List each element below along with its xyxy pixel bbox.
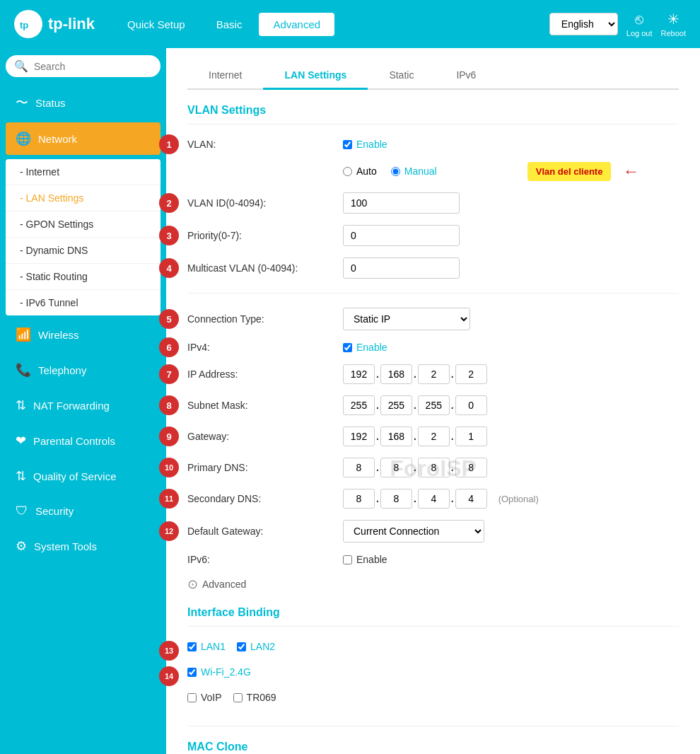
ipv6-enable-checkbox-label[interactable]: Enable xyxy=(343,554,387,565)
ip-octet-2[interactable] xyxy=(380,364,412,384)
annotation-balloon: Vlan del cliente xyxy=(527,162,612,181)
gateway-octet-2[interactable] xyxy=(380,427,412,446)
sidebar-item-nat[interactable]: ⇅ NAT Forwarding xyxy=(6,389,161,422)
subnet-mask-row: 8 Subnet Mask: . . . xyxy=(187,395,679,415)
step-2: 2 xyxy=(159,193,179,213)
search-box[interactable]: 🔍 xyxy=(6,55,161,77)
auto-radio[interactable] xyxy=(343,167,352,176)
wifi24-binding[interactable]: Wi-Fi_2.4G xyxy=(187,666,251,678)
ipv6-value: Enable xyxy=(343,554,679,565)
vlan-enable-checkbox[interactable] xyxy=(343,140,352,149)
nav-quick-setup[interactable]: Quick Setup xyxy=(113,13,199,36)
language-select[interactable]: English Spanish xyxy=(549,13,618,35)
subnet-octet-2[interactable] xyxy=(380,395,412,415)
sidebar-item-qos[interactable]: ⇅ Quality of Service xyxy=(6,460,161,492)
tab-internet[interactable]: Internet xyxy=(187,62,263,90)
primary-dns-octet-1[interactable] xyxy=(343,458,375,477)
ipv6-label: IPv6: xyxy=(187,554,343,565)
ipv4-enable-value: Enable xyxy=(343,342,679,353)
vlan-id-row: 2 VLAN ID(0-4094): xyxy=(187,192,679,214)
gateway-octet-1[interactable] xyxy=(343,427,375,446)
subnet-octet-3[interactable] xyxy=(418,395,450,415)
parental-icon: ❤ xyxy=(16,433,26,448)
ip-address-group: . . . xyxy=(343,364,487,384)
voip-binding[interactable]: VoIP xyxy=(187,692,222,703)
wifi24-checkbox[interactable] xyxy=(187,668,197,677)
default-gateway-select[interactable]: Current Connection xyxy=(343,520,484,543)
conn-type-select[interactable]: Static IP Dynamic IP PPPoE xyxy=(343,308,470,330)
lan2-binding[interactable]: LAN2 xyxy=(237,641,275,652)
priority-input[interactable] xyxy=(343,225,460,246)
submenu-gpon[interactable]: - GPON Settings xyxy=(6,211,161,238)
secondary-dns-octet-2[interactable] xyxy=(380,489,412,509)
ip-octet-3[interactable] xyxy=(418,364,450,384)
gateway-octet-4[interactable] xyxy=(455,427,487,446)
sidebar-item-security[interactable]: 🛡 Security xyxy=(6,495,161,527)
qos-icon: ⇅ xyxy=(16,468,26,484)
vlan-section-title: VLAN Settings xyxy=(187,104,679,124)
subnet-octet-4[interactable] xyxy=(455,395,487,415)
sidebar-item-wireless[interactable]: 📶 Wireless xyxy=(6,318,161,351)
subnet-octet-1[interactable] xyxy=(343,395,375,415)
manual-label: Manual xyxy=(404,166,437,177)
lan2-checkbox[interactable] xyxy=(237,642,246,651)
ipv4-enable-checkbox-label[interactable]: Enable xyxy=(343,342,387,353)
vlan-id-input[interactable] xyxy=(343,192,460,214)
multicast-input[interactable] xyxy=(343,257,460,279)
lan1-binding[interactable]: LAN1 xyxy=(187,641,226,652)
tr069-checkbox[interactable] xyxy=(233,693,243,702)
ipv6-enable-checkbox[interactable] xyxy=(343,555,352,564)
step-7: 7 xyxy=(159,364,179,384)
voip-checkbox[interactable] xyxy=(187,693,197,702)
interface-binding-title: Interface Binding xyxy=(187,606,679,627)
auto-radio-label[interactable]: Auto xyxy=(343,166,377,177)
ip-octet-1[interactable] xyxy=(343,364,375,384)
logout-icon: ⎋ xyxy=(635,11,643,28)
tr069-binding[interactable]: TR069 xyxy=(233,692,276,703)
vlan-enable-checkbox-label[interactable]: Enable xyxy=(343,139,387,150)
gateway-octet-3[interactable] xyxy=(418,427,450,446)
manual-radio-label[interactable]: Manual xyxy=(391,166,437,177)
tab-lan-settings[interactable]: LAN Settings xyxy=(263,62,368,90)
logout-button[interactable]: ⎋ Log out xyxy=(626,11,653,37)
sidebar-item-status[interactable]: 〜 Status xyxy=(6,86,161,120)
secondary-dns-octet-1[interactable] xyxy=(343,489,375,509)
submenu-ipv6-tunnel[interactable]: - IPv6 Tunnel xyxy=(6,290,161,315)
submenu-internet[interactable]: - Internet xyxy=(6,159,161,185)
content-area: Internet LAN Settings Static IPv6 VLAN S… xyxy=(166,48,700,754)
sidebar-item-parental[interactable]: ❤ Parental Controls xyxy=(6,424,161,457)
ip-octet-4[interactable] xyxy=(455,364,487,384)
lan1-checkbox[interactable] xyxy=(187,642,197,651)
secondary-dns-octet-3[interactable] xyxy=(418,489,450,509)
reboot-button[interactable]: ✳ Reboot xyxy=(661,11,686,37)
sidebar-item-network[interactable]: 🌐 Network xyxy=(6,122,161,155)
manual-radio[interactable] xyxy=(391,167,400,176)
primary-dns-octet-3[interactable] xyxy=(418,458,450,477)
submenu-ddns[interactable]: - Dynamic DNS xyxy=(6,238,161,264)
secondary-dns-octet-4[interactable] xyxy=(455,489,487,509)
sidebar-item-label-parental: Parental Controls xyxy=(33,435,115,447)
ipv4-enable-checkbox[interactable] xyxy=(343,343,352,352)
priority-row: 3 Priority(0-7): xyxy=(187,225,679,246)
nav-basic[interactable]: Basic xyxy=(202,13,257,36)
primary-dns-octet-2[interactable] xyxy=(380,458,412,477)
tab-ipv6[interactable]: IPv6 xyxy=(435,62,497,90)
advanced-toggle[interactable]: ⊙ Advanced xyxy=(187,576,679,592)
search-input[interactable] xyxy=(34,61,152,72)
submenu-static-routing[interactable]: - Static Routing xyxy=(6,264,161,290)
sidebar-item-system[interactable]: ⚙ System Tools xyxy=(6,530,161,562)
sidebar-item-telephony[interactable]: 📞 Telephony xyxy=(6,354,161,386)
vlan-label: VLAN: xyxy=(187,139,343,150)
primary-dns-group: . . . xyxy=(343,458,487,477)
network-icon: 🌐 xyxy=(16,131,31,146)
submenu-lan[interactable]: - LAN Settings xyxy=(6,185,161,211)
nat-icon: ⇅ xyxy=(16,398,26,413)
step-9: 9 xyxy=(159,427,179,446)
tab-static[interactable]: Static xyxy=(368,62,435,90)
mac-clone-title: MAC Clone xyxy=(187,741,679,754)
priority-label: Priority(0-7): xyxy=(187,230,343,241)
ip-address-label: IP Address: xyxy=(187,369,343,380)
nav-advanced[interactable]: Advanced xyxy=(259,13,334,36)
ip-address-value: . . . xyxy=(343,364,679,384)
primary-dns-octet-4[interactable] xyxy=(455,458,487,477)
